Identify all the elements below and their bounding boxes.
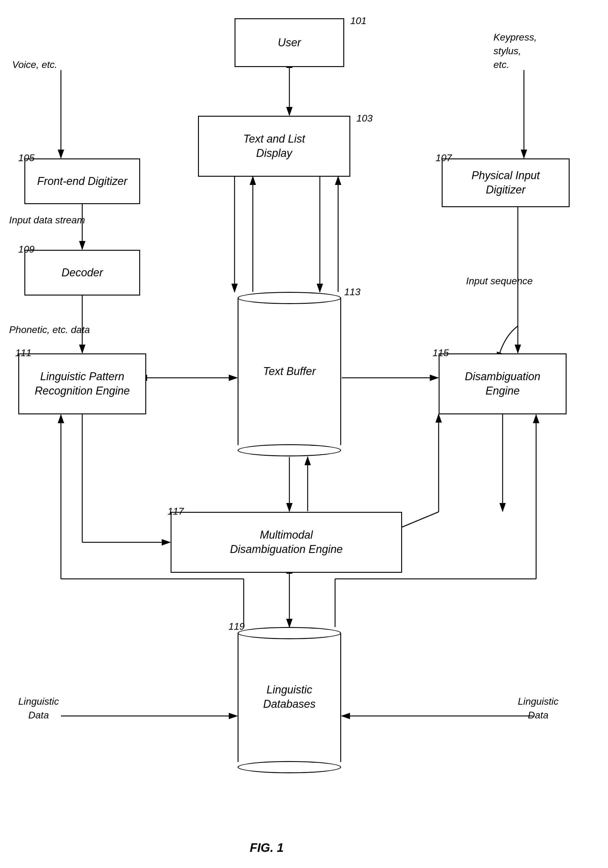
physical-input-digitizer-label: Physical InputDigitizer (472, 169, 540, 197)
linguistic-databases-label: LinguisticDatabases (238, 683, 341, 711)
front-end-digitizer-box: Front-end Digitizer (24, 158, 140, 204)
text-display-box: Text and ListDisplay (198, 116, 350, 177)
multimodal-engine-ref: 117 (167, 506, 184, 517)
svg-line-15 (402, 512, 439, 527)
text-buffer-top (238, 292, 341, 304)
front-end-digitizer-ref: 105 (18, 152, 34, 164)
linguistic-databases-top (238, 627, 341, 639)
linguistic-databases-bottom (238, 761, 341, 773)
text-buffer-cylinder: Text Buffer (238, 292, 341, 456)
user-ref: 101 (350, 15, 367, 26)
figure-caption: FIG. 1 (250, 841, 283, 855)
diagram: User 101 Text and ListDisplay 103 Front-… (0, 0, 608, 868)
figure-caption-text: FIG. 1 (250, 841, 283, 854)
decoder-ref: 109 (18, 244, 34, 255)
phonetic-data-label: Phonetic, etc. data (9, 323, 90, 337)
physical-input-digitizer-ref: 107 (436, 152, 452, 164)
linguistic-data-right-label: LinguisticData (518, 694, 558, 722)
front-end-digitizer-label: Front-end Digitizer (37, 174, 127, 189)
physical-input-digitizer-box: Physical InputDigitizer (442, 158, 569, 207)
input-sequence-label: Input sequence (466, 274, 533, 288)
linguistic-pattern-box: Linguistic PatternRecognition Engine (18, 353, 146, 414)
multimodal-engine-box: MultimodalDisambiguation Engine (170, 512, 402, 573)
text-display-label: Text and ListDisplay (243, 132, 305, 161)
disambiguation-engine-label: DisambiguationEngine (465, 370, 540, 398)
input-data-stream-label: Input data stream (9, 213, 85, 227)
linguistic-pattern-ref: 111 (15, 347, 31, 359)
disambiguation-engine-ref: 115 (433, 347, 449, 359)
decoder-label: Decoder (62, 266, 103, 280)
multimodal-engine-label: MultimodalDisambiguation Engine (230, 528, 343, 556)
voice-label: Voice, etc. (12, 58, 57, 71)
linguistic-data-left-label: LinguisticData (18, 694, 59, 722)
keypress-label: Keypress,stylus,etc. (494, 31, 537, 71)
decoder-box: Decoder (24, 250, 140, 296)
linguistic-databases-cylinder: LinguisticDatabases (238, 627, 341, 773)
user-box: User (235, 18, 344, 67)
disambiguation-engine-box: DisambiguationEngine (439, 353, 566, 414)
linguistic-pattern-label: Linguistic PatternRecognition Engine (35, 370, 130, 398)
text-buffer-bottom (238, 444, 341, 456)
text-buffer-ref: 113 (344, 287, 360, 298)
text-buffer-label: Text Buffer (238, 364, 341, 379)
user-label: User (278, 36, 301, 50)
text-display-ref: 103 (356, 113, 373, 124)
